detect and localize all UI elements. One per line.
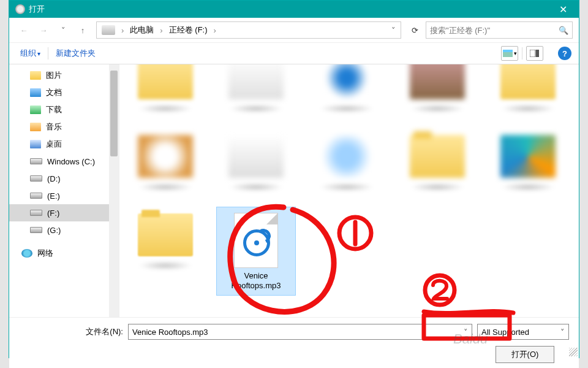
- sidebar-item-label: 图片: [46, 70, 62, 81]
- sidebar-item-label: (D:): [47, 174, 61, 183]
- back-button[interactable]: ←: [15, 21, 32, 39]
- organize-menu[interactable]: 组织 ▾: [17, 45, 44, 61]
- file-caption: Venice Rooftops.mp3: [219, 271, 293, 291]
- svg-rect-3: [536, 50, 539, 57]
- forward-button[interactable]: →: [35, 21, 52, 39]
- resize-grip[interactable]: [569, 348, 578, 356]
- file-item[interactable]: [307, 128, 386, 196]
- drive-icon: [30, 175, 42, 182]
- sidebar-item[interactable]: Windows (C:): [9, 153, 119, 170]
- filetype-value: All Supported: [481, 328, 529, 337]
- folder-icon: [30, 105, 41, 114]
- music-file-icon: [234, 213, 278, 268]
- search-box[interactable]: 🔍: [426, 21, 573, 39]
- sidebar-item[interactable]: (D:): [9, 170, 119, 187]
- file-item[interactable]: [307, 64, 386, 117]
- nav-row: ← → ˅ ↑ › 此电脑 › 正经卷 (F:) › ˅ ⟳ 🔍: [9, 18, 579, 42]
- file-item[interactable]: [126, 207, 205, 296]
- sidebar-item-label: 音乐: [46, 121, 62, 132]
- sidebar-item-label: 文档: [46, 87, 62, 98]
- separator: [522, 47, 522, 59]
- dialog-bottom: 文件名(N): ˅ All Supported ˅ 打开(O): [9, 317, 579, 368]
- file-item[interactable]: [398, 128, 477, 196]
- sidebar: 图片文档下载音乐桌面Windows (C:)(D:)(E:)(F:)(G:)网络: [9, 64, 119, 317]
- sidebar-item[interactable]: (F:): [9, 204, 119, 221]
- breadcrumb[interactable]: › 此电脑 › 正经卷 (F:) › ˅: [96, 21, 401, 39]
- drive-icon: [30, 227, 42, 233]
- sidebar-item[interactable]: 桌面: [9, 136, 119, 153]
- file-grid[interactable]: Venice Rooftops.mp3: [119, 64, 579, 317]
- filename-label: 文件名(N):: [19, 326, 123, 337]
- sidebar-scrollbar[interactable]: [109, 64, 119, 317]
- filename-combobox[interactable]: ˅: [128, 324, 472, 340]
- breadcrumb-seg-drive[interactable]: 正经卷 (F:): [167, 25, 210, 36]
- sidebar-item[interactable]: (G:): [9, 221, 119, 239]
- search-icon: 🔍: [559, 26, 568, 35]
- up-button[interactable]: ↑: [74, 21, 91, 39]
- chevron-down-icon: ˅: [560, 328, 565, 337]
- view-mode-button[interactable]: ▾: [501, 46, 518, 61]
- new-folder-button[interactable]: 新建文件夹: [52, 45, 99, 61]
- sidebar-item[interactable]: 网络: [9, 245, 119, 262]
- breadcrumb-seg-pc[interactable]: 此电脑: [127, 25, 156, 36]
- sidebar-item[interactable]: (E:): [9, 187, 119, 204]
- recent-dropdown[interactable]: ˅: [55, 21, 72, 39]
- chevron-down-icon: ▾: [37, 50, 40, 57]
- app-icon: [15, 4, 25, 14]
- file-item[interactable]: [126, 64, 205, 117]
- network-icon: [21, 249, 32, 258]
- sidebar-item[interactable]: 下载: [9, 101, 119, 118]
- file-item[interactable]: [216, 128, 296, 196]
- sidebar-item[interactable]: 文档: [9, 84, 119, 101]
- sidebar-item[interactable]: 音乐: [9, 118, 119, 136]
- file-item[interactable]: [216, 64, 296, 117]
- new-folder-label: 新建文件夹: [56, 48, 96, 59]
- search-input[interactable]: [430, 26, 559, 35]
- filetype-select[interactable]: All Supported ˅: [477, 324, 569, 340]
- chevron-right-icon: ›: [211, 26, 219, 35]
- svg-rect-1: [503, 50, 513, 52]
- file-item[interactable]: [488, 128, 568, 196]
- titlebar: 打开 ✕: [9, 1, 579, 18]
- refresh-button[interactable]: ⟳: [406, 21, 423, 39]
- sidebar-item-label: (E:): [47, 191, 60, 201]
- drive-icon: [102, 25, 115, 35]
- dialog-body: 图片文档下载音乐桌面Windows (C:)(D:)(E:)(F:)(G:)网络: [9, 64, 579, 317]
- sidebar-item-label: (F:): [47, 209, 59, 218]
- chevron-down-icon[interactable]: ˅: [464, 328, 468, 337]
- folder-icon: [30, 140, 41, 148]
- toolbar: 组织 ▾ 新建文件夹 ▾ ?: [9, 42, 579, 64]
- separator: [48, 47, 48, 59]
- drive-icon: [30, 158, 42, 164]
- file-item-selected[interactable]: Venice Rooftops.mp3: [216, 207, 296, 296]
- music-icon: [243, 229, 270, 256]
- window-title: 打开: [29, 4, 549, 15]
- preview-pane-button[interactable]: [526, 46, 543, 61]
- organize-label: 组织: [20, 48, 36, 59]
- sidebar-item-label: 下载: [46, 104, 62, 115]
- file-item[interactable]: [488, 64, 568, 117]
- chevron-right-icon: ›: [119, 26, 126, 35]
- sidebar-item-label: 桌面: [46, 139, 62, 150]
- folder-icon: [30, 88, 41, 97]
- svg-rect-2: [530, 50, 535, 57]
- drive-icon: [30, 193, 42, 199]
- sidebar-item-label: (G:): [47, 226, 61, 235]
- close-button[interactable]: ✕: [549, 1, 576, 18]
- folder-icon: [30, 71, 41, 80]
- open-file-dialog: 打开 ✕ ← → ˅ ↑ › 此电脑 › 正经卷 (F:) › ˅ ⟳ 🔍 组织…: [9, 0, 579, 358]
- scrollbar-thumb[interactable]: [110, 71, 118, 156]
- sidebar-item-label: 网络: [37, 248, 53, 259]
- breadcrumb-chevron-down-icon[interactable]: ˅: [391, 26, 396, 35]
- open-button[interactable]: 打开(O): [496, 346, 554, 363]
- drive-icon: [30, 210, 42, 216]
- folder-icon: [30, 123, 41, 131]
- chevron-right-icon: ›: [157, 26, 165, 35]
- filename-input[interactable]: [132, 328, 464, 337]
- sidebar-item[interactable]: 图片: [9, 67, 119, 84]
- help-button[interactable]: ?: [558, 47, 571, 60]
- file-item[interactable]: [398, 64, 477, 117]
- file-item[interactable]: [126, 128, 205, 196]
- sidebar-item-label: Windows (C:): [47, 157, 95, 166]
